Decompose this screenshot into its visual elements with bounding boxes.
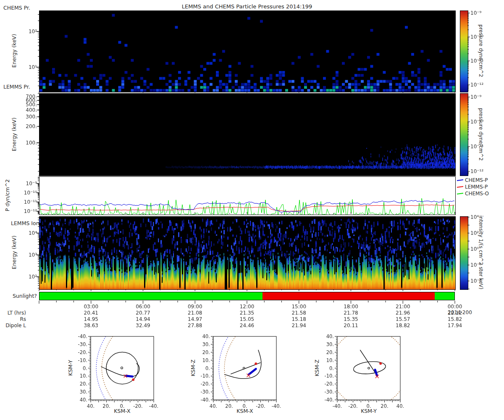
sunlight-label: Sunlight? xyxy=(13,293,37,299)
tick-label: 20. xyxy=(202,349,210,355)
tick-label: 15.18 xyxy=(292,316,306,322)
tick-label: -30. xyxy=(201,389,210,395)
tick-label: -20. xyxy=(201,381,210,387)
legend-item-lemms-p: LEMMS-P xyxy=(457,184,488,190)
tick-label: 12:00 xyxy=(240,304,255,310)
tick-label: 20. xyxy=(80,381,87,387)
tick-label: 24.46 xyxy=(240,323,254,328)
tick-label: 10⁻¹² xyxy=(24,208,37,214)
tick-label: 10³ xyxy=(29,252,37,258)
tick-label: 15:00 xyxy=(291,304,306,310)
tick-label: 10² xyxy=(29,274,37,280)
tick-label: 10⁻¹² xyxy=(470,168,483,174)
tick-label: 21.96 xyxy=(396,310,410,316)
tick-label: 15.35 xyxy=(344,316,358,322)
lemms-pressure-spectrogram xyxy=(39,93,456,176)
tick-label: 10⁻¹¹ xyxy=(470,144,483,150)
panel-label-chems-pr: CHEMS Pr. xyxy=(3,5,30,11)
tick-label: -40. xyxy=(325,397,334,403)
tick-label: -40. xyxy=(272,403,281,409)
sunlight-segment xyxy=(39,292,262,300)
panel-label-lemms-ions: LEMMS Ions xyxy=(11,220,42,226)
page-title: LEMMS and CHEMS Particle Pressures 2014:… xyxy=(182,3,312,10)
tick-label: 30. xyxy=(80,389,87,395)
orbit3-ylabel: KSM-Z xyxy=(314,360,320,376)
tick-label: 10. xyxy=(80,373,87,379)
tick-label: 22.12 xyxy=(448,310,462,316)
tick-label: 20. xyxy=(225,403,233,409)
tick-label: 10⁻⁴ xyxy=(470,278,481,284)
tick-label: 06:00 xyxy=(136,304,150,310)
tick-label: 0. xyxy=(243,403,247,409)
legend-swatch-lemms-p xyxy=(457,186,463,188)
tick-label: 15.05 xyxy=(240,316,254,322)
tick-label: 0. xyxy=(83,365,87,371)
tick-label: 10⁻⁹ xyxy=(470,10,481,16)
tick-label: 10⁻⁹ xyxy=(26,181,37,186)
chems-pr-ylabel: Energy (keV) xyxy=(11,34,17,68)
tick-label: 21:00 xyxy=(396,304,410,310)
tick-label: 14.94 xyxy=(136,316,150,322)
orbit2-ylabel: KSM-Z xyxy=(190,360,196,376)
legend-item-chems-p: CHEMS-P xyxy=(457,177,488,183)
tick-label: -10. xyxy=(78,357,87,363)
tick-label: 10² xyxy=(470,230,479,236)
tick-label: 500. xyxy=(26,102,37,108)
cbar-chems-label: pressure dyne/cm^2 xyxy=(478,24,484,77)
tick-label: 10. xyxy=(202,357,210,363)
tick-label: 20.41 xyxy=(84,310,98,316)
tick-label: -10. xyxy=(325,373,334,379)
pressure-line-plot xyxy=(39,176,456,215)
legend-label-chems-o: CHEMS-O xyxy=(465,191,489,197)
tick-label: 40. xyxy=(210,403,217,409)
tick-label: 21.78 xyxy=(344,310,358,316)
colorbar-lemms-ions xyxy=(460,216,468,290)
tick-label: 27.88 xyxy=(188,323,202,328)
tick-label: 18:00 xyxy=(344,304,358,310)
tick-label: -20. xyxy=(348,403,357,409)
row-label-rs: Rs xyxy=(20,316,26,322)
tick-label: 300. xyxy=(26,114,37,120)
tick-label: 21.94 xyxy=(292,323,306,328)
tick-label: 10² xyxy=(29,29,37,34)
tick-label: 18.82 xyxy=(396,323,410,328)
tick-label: 15.82 xyxy=(448,316,462,322)
tick-label: 10¹ xyxy=(29,64,37,70)
tick-label: 40. xyxy=(87,403,94,409)
sunlight-segment xyxy=(435,292,454,300)
tick-label: -40. xyxy=(201,397,210,403)
legend-swatch-chems-o xyxy=(457,193,463,194)
tick-label: 17.94 xyxy=(448,323,462,328)
tick-label: 15.57 xyxy=(396,316,410,322)
tick-label: 0. xyxy=(205,365,210,371)
tick-label: 0. xyxy=(120,403,125,409)
tick-label: 38.63 xyxy=(84,323,98,328)
tick-label: -20. xyxy=(133,403,142,409)
tick-label: 100. xyxy=(26,140,37,146)
sunlight-indicator-bar xyxy=(39,292,455,300)
tick-label: 10⁻¹⁰ xyxy=(470,34,483,40)
lemms-pr-ylabel: Energy (keV) xyxy=(11,118,17,152)
chems-pressure-spectrogram xyxy=(39,10,456,92)
tick-label: 10⁻¹⁰ xyxy=(24,190,37,196)
tick-label: 32.49 xyxy=(136,323,150,328)
tick-label: 10⁻¹⁰ xyxy=(470,119,483,125)
tick-label: 10⁻² xyxy=(470,262,481,268)
tick-label: -40. xyxy=(333,403,342,409)
tick-label: -40. xyxy=(149,403,158,409)
tick-label: 20. xyxy=(102,403,110,409)
tick-label: 14.97 xyxy=(188,316,202,322)
tick-label: 20.77 xyxy=(136,310,150,316)
tick-label: 21.35 xyxy=(240,310,254,316)
tick-label: 10⁴ xyxy=(470,214,479,220)
lemms-ions-ylabel: Energy (keV) xyxy=(11,236,17,270)
tick-label: 40. xyxy=(80,397,87,403)
legend-item-chems-o: CHEMS-O xyxy=(457,191,489,197)
tick-label: 10⁴ xyxy=(29,230,37,236)
tick-label: 10⁰ xyxy=(470,246,479,252)
plot-page: LEMMS and CHEMS Particle Pressures 2014:… xyxy=(0,0,504,420)
tick-label: 20. xyxy=(326,349,334,355)
tick-label: 30. xyxy=(202,341,210,347)
tick-label: 30. xyxy=(326,341,334,347)
tick-label: -40. xyxy=(78,333,87,339)
